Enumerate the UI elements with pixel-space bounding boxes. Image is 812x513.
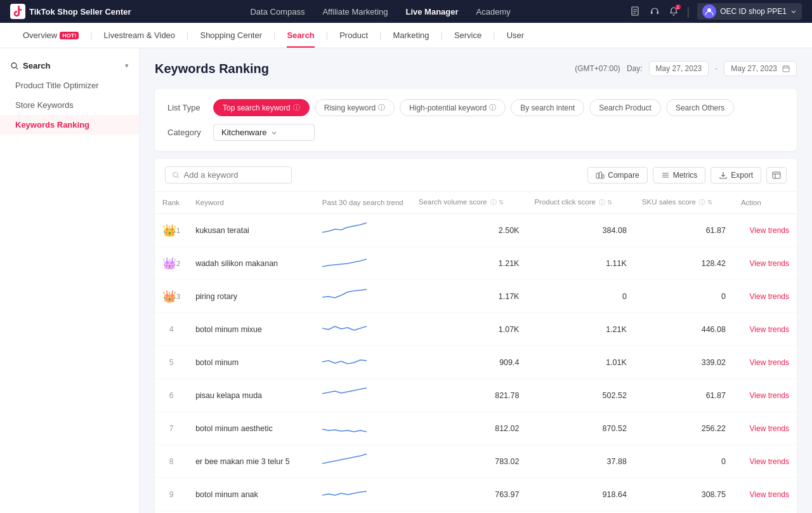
view-trends-button[interactable]: View trends [750,490,789,499]
page-header: Keywords Ranking (GMT+07:00) Day: May 27… [155,61,797,76]
headset-icon[interactable] [649,6,660,17]
subnav-product[interactable]: Product [329,23,378,48]
nav-affiliate[interactable]: Affiliate Marketing [322,7,388,17]
view-trends-button[interactable]: View trends [750,259,789,268]
crown-icon: 👑 [162,290,176,303]
tab-high-potential[interactable]: High-potential keyword ⓘ [400,99,506,116]
subnav-shopping[interactable]: Shopping Center [190,23,272,48]
nav-academy[interactable]: Academy [476,7,511,17]
sku-sales-cell: 0 [634,280,733,313]
tab-rising[interactable]: Rising keyword ⓘ [315,99,395,116]
subnav-marketing[interactable]: Marketing [383,23,439,48]
sidebar-item-product-title[interactable]: Product Title Optimizer [0,76,139,95]
table-row: 7 botol minum aesthetic 812.02 870.52 25… [155,412,797,445]
rank-badge: 👑 3 [162,290,180,303]
product-click-cell: 1.01K [527,346,634,379]
keyword-search-input[interactable] [184,170,285,180]
sku-sales-cell: 0 [634,445,733,478]
svg-line-9 [16,67,18,69]
sidebar: Search ▾ Product Title Optimizer Store K… [0,48,140,513]
trend-cell [315,280,411,313]
rank-num: 8 [169,457,174,466]
day-label: Day: [627,64,643,73]
date-from-picker[interactable]: May 27, 2023 [649,61,709,76]
keyword-cell: pisau kelapa muda [188,379,315,412]
list-type-tabs: Top search keyword ⓘ Rising keyword ⓘ Hi… [213,99,734,116]
tab-search-product[interactable]: Search Product [589,99,661,116]
user-menu[interactable]: OEC ID shop PPE1 [697,3,802,20]
svg-rect-6 [657,11,658,14]
view-trends-button[interactable]: View trends [750,325,789,334]
product-click-cell: 918.64 [527,478,634,511]
nav-data-compass[interactable]: Data Compass [250,7,304,17]
action-cell: View trends [733,379,797,412]
date-to-picker[interactable]: May 27, 2023 [724,61,797,76]
view-trends-button[interactable]: View trends [750,292,789,301]
tab-search-others[interactable]: Search Others [666,99,734,116]
tab-by-intent[interactable]: By search intent [511,99,584,116]
product-click-cell: 1.11K [527,247,634,280]
sparkline-chart [322,484,367,503]
view-trends-button[interactable]: View trends [750,358,789,367]
subnav-livestream[interactable]: Livestream & Video [94,23,186,48]
subnav-service[interactable]: Service [444,23,492,48]
rank-cell: 👑 1 [155,214,188,247]
sparkline-chart [322,418,367,437]
chevron-down-icon [790,8,797,15]
search-volume-cell: 909.4 [411,346,527,379]
svg-rect-16 [596,173,599,178]
keyword-search-box[interactable] [165,166,292,183]
sku-sales-cell: 128.42 [634,247,733,280]
sidebar-search-section[interactable]: Search ▾ [0,56,139,76]
sidebar-item-keywords-ranking[interactable]: Keywords Ranking [0,115,139,135]
main-content: Keywords Ranking (GMT+07:00) Day: May 27… [140,48,812,513]
category-dropdown[interactable]: Kitchenware [213,124,315,141]
rank-num: 3 [176,293,180,300]
crown-icon: 👑 [162,256,176,270]
rank-num: 9 [169,490,174,499]
subnav-search[interactable]: Search [277,23,324,48]
document-icon[interactable] [630,6,641,17]
view-trends-button[interactable]: View trends [750,226,789,235]
search-volume-cell: 2.50K [411,214,527,247]
col-keyword: Keyword [188,192,315,214]
view-trends-button[interactable]: View trends [750,457,789,466]
view-trends-button[interactable]: View trends [750,424,789,433]
logo-area[interactable]: TikTok Shop Seller Center [10,4,131,19]
nav-live-manager[interactable]: Live Manager [406,7,459,17]
nav-right: 1 | OEC ID shop PPE1 [630,3,802,20]
settings-icon [772,171,781,180]
col-rank: Rank [155,192,188,214]
settings-button[interactable] [766,167,787,183]
rank-num: 7 [169,424,174,433]
toolbar-right: Compare Metrics Export [587,167,787,183]
col-action: Action [733,192,797,214]
keywords-table: Rank Keyword Past 30 day search trend Se… [155,192,797,513]
subnav-overview[interactable]: Overview HOT! [13,23,89,48]
metrics-button[interactable]: Metrics [653,167,706,183]
trend-cell [315,412,411,445]
rank-num: 2 [176,260,180,267]
tab-top-search[interactable]: Top search keyword ⓘ [213,99,310,116]
list-type-label: List Type [167,103,206,112]
search-volume-cell: 1.17K [411,280,527,313]
table-row: 9 botol minum anak 763.97 918.64 308.75 … [155,478,797,511]
rank-num: 5 [169,358,174,367]
action-cell: View trends [733,511,797,514]
product-click-cell: 502.52 [527,379,634,412]
sku-sales-cell: 339.02 [634,346,733,379]
trend-cell [315,346,411,379]
col-trend: Past 30 day search trend [315,192,411,214]
sparkline-chart [322,451,367,470]
trend-cell [315,379,411,412]
subnav-user[interactable]: User [497,23,534,48]
view-trends-button[interactable]: View trends [750,391,789,400]
bell-icon[interactable]: 1 [668,6,679,17]
table-row: 4 botol minum mixue 1.07K 1.21K 446.08 V… [155,313,797,346]
action-cell: View trends [733,346,797,379]
sparkline-chart [322,352,367,371]
keyword-cell: piring rotary [188,280,315,313]
sidebar-item-store-keywords[interactable]: Store Keywords [0,95,139,115]
compare-button[interactable]: Compare [587,167,647,183]
export-button[interactable]: Export [710,167,761,183]
